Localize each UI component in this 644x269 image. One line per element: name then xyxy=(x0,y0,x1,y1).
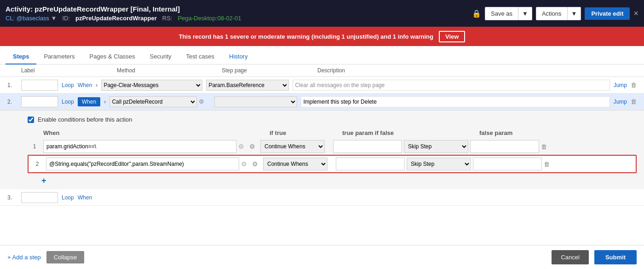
step-method-2: Call pzDeleteRecord ⚙ xyxy=(109,96,211,107)
when-gear-icon-1b[interactable]: ⚙ xyxy=(249,143,259,150)
condition-panel: Enable conditions before this action Whe… xyxy=(0,110,644,189)
step-desc-input-2[interactable] xyxy=(301,96,610,107)
step-jump-1[interactable]: Jump xyxy=(614,82,627,88)
step-method-select-2[interactable]: Call pzDeleteRecord xyxy=(109,96,197,107)
when-num-2: 2 xyxy=(30,161,44,167)
step-loop-3[interactable]: Loop xyxy=(62,194,74,201)
id-label: ID: xyxy=(62,15,70,22)
add-when-button[interactable]: + xyxy=(41,176,46,186)
step-page-1: Param.BaseReference xyxy=(206,80,289,91)
when-if-false-select-2[interactable]: Skip Step Continue Whens xyxy=(407,158,471,170)
warning-banner: This record has 1 severe or moderate war… xyxy=(0,27,644,46)
step-page-2 xyxy=(214,96,297,107)
main-content: Label Method Step page Description 1. Lo… xyxy=(0,64,644,269)
header-left: Activity: pzPreUpdateRecordWrapper [Fina… xyxy=(6,5,241,22)
step-loop-1[interactable]: Loop xyxy=(62,82,74,88)
bottom-left: + Add a step Collapse xyxy=(7,251,84,263)
step-desc-input-1[interactable] xyxy=(293,80,610,91)
step-page-select-1[interactable]: Param.BaseReference xyxy=(206,80,289,91)
app-header: Activity: pzPreUpdateRecordWrapper [Fina… xyxy=(0,0,644,27)
view-button[interactable]: View xyxy=(439,31,465,42)
when-if-true-select-1[interactable]: Continue Whens Skip Step xyxy=(260,140,325,153)
step-row-2: 2. Loop When › Call pzDeleteRecord ⚙ Jum… xyxy=(0,94,644,110)
step-when-1[interactable]: When xyxy=(78,82,92,88)
when-row-1: 1 ⚙ ⚙ Continue Whens Skip Step Skip Step… xyxy=(28,138,637,155)
enable-conditions-checkbox[interactable] xyxy=(28,117,34,123)
cl-label: CL: @baseclass ▼ xyxy=(6,15,57,22)
cl-value[interactable]: @baseclass xyxy=(17,15,49,22)
header-meta: CL: @baseclass ▼ ID: pzPreUpdateRecordWr… xyxy=(6,15,241,22)
actions-dropdown-button[interactable]: ▼ xyxy=(568,7,581,20)
actions-button[interactable]: Actions xyxy=(536,7,568,20)
when-gear-icon-2a[interactable]: ⚙ xyxy=(241,160,250,168)
method-col-header: Method xyxy=(117,67,218,74)
step-desc-2 xyxy=(301,96,610,107)
when-if-true-select-2[interactable]: Continue Whens Skip Step xyxy=(263,158,328,170)
when-false-param-input-1[interactable] xyxy=(470,140,539,153)
step-num-1: 1. xyxy=(7,82,21,88)
step-when-3[interactable]: When xyxy=(78,194,92,201)
when-num-1: 1 xyxy=(28,143,41,150)
submit-button[interactable]: Submit xyxy=(594,250,637,264)
when-condition-input-1[interactable] xyxy=(43,140,236,153)
tab-test-cases[interactable]: Test cases xyxy=(179,49,222,64)
true-param-col-header: true param if false xyxy=(342,129,411,136)
when-false-param-input-2[interactable] xyxy=(473,158,542,170)
when-delete-1[interactable]: 🗑 xyxy=(541,143,555,150)
cancel-button[interactable]: Cancel xyxy=(552,250,588,264)
bottom-actions: + Add a step Collapse Cancel Submit xyxy=(0,245,644,269)
step-row-3: 3. Loop When xyxy=(0,189,644,206)
save-as-group: Save as ▼ xyxy=(485,7,532,20)
enable-conditions-label: Enable conditions before this action xyxy=(38,116,132,123)
tab-pages-classes[interactable]: Pages & Classes xyxy=(82,49,143,64)
step-page-select-2[interactable] xyxy=(214,96,297,107)
label-col-header: Label xyxy=(21,67,63,74)
rs-value: Pega-Desktop:08-02-01 xyxy=(178,15,241,22)
tab-steps[interactable]: Steps xyxy=(6,49,36,64)
step-arrow-1: › xyxy=(96,82,98,88)
step-label-input-1[interactable] xyxy=(21,80,58,91)
add-when-row: + xyxy=(41,176,637,186)
when-gear-icon-2b[interactable]: ⚙ xyxy=(252,160,261,168)
false-param-col-header: false param xyxy=(479,129,548,136)
close-button[interactable]: × xyxy=(633,9,638,18)
warning-text: This record has 1 severe or moderate war… xyxy=(179,33,433,40)
when-true-param-input-1[interactable] xyxy=(333,140,402,153)
actions-group: Actions ▼ xyxy=(536,7,581,20)
step-delete-1[interactable]: 🗑 xyxy=(631,82,637,88)
tabs-bar: Steps Parameters Pages & Classes Securit… xyxy=(0,46,644,64)
step-label-input-3[interactable] xyxy=(21,192,58,203)
step-when-2[interactable]: When xyxy=(78,97,100,106)
column-headers: Label Method Step page Description xyxy=(0,64,644,77)
private-edit-button[interactable]: Private edit xyxy=(585,7,630,20)
id-value: pzPreUpdateRecordWrapper xyxy=(75,15,157,22)
when-condition-input-2[interactable] xyxy=(46,158,239,170)
add-step-button[interactable]: + Add a step xyxy=(7,254,41,261)
when-if-false-select-1[interactable]: Skip Step Continue Whens xyxy=(404,140,468,153)
bottom-right: Cancel Submit xyxy=(552,250,637,264)
if-true-col-header: if true xyxy=(270,129,334,136)
collapse-button[interactable]: Collapse xyxy=(46,251,85,263)
save-as-button[interactable]: Save as xyxy=(485,7,518,20)
step-method-1: Page-Clear-Messages xyxy=(101,80,202,91)
tab-security[interactable]: Security xyxy=(143,49,179,64)
lock-icon: 🔒 xyxy=(472,9,481,18)
step-label-input-2[interactable] xyxy=(21,96,58,107)
save-as-dropdown-button[interactable]: ▼ xyxy=(518,7,532,20)
step-num-3: 3. xyxy=(7,194,21,201)
rs-label: RS: xyxy=(162,15,172,22)
enable-conditions-row: Enable conditions before this action xyxy=(28,116,637,123)
step-arrow-2: › xyxy=(104,98,106,105)
when-row-2: 2 ⚙ ⚙ Continue Whens Skip Step Skip Step… xyxy=(28,155,637,173)
step-loop-2[interactable]: Loop xyxy=(62,99,74,105)
when-true-param-input-2[interactable] xyxy=(336,158,405,170)
when-delete-2[interactable]: 🗑 xyxy=(544,161,558,168)
step-method-select-1[interactable]: Page-Clear-Messages xyxy=(101,80,202,91)
tab-parameters[interactable]: Parameters xyxy=(36,49,82,64)
step-jump-2[interactable]: Jump xyxy=(614,99,627,105)
when-gear-icon-1a[interactable]: ⚙ xyxy=(238,143,247,150)
step-delete-2[interactable]: 🗑 xyxy=(631,98,637,105)
tab-history[interactable]: History xyxy=(222,49,255,64)
step-gear-2[interactable]: ⚙ xyxy=(199,98,204,105)
step-page-col-header: Step page xyxy=(222,67,314,74)
